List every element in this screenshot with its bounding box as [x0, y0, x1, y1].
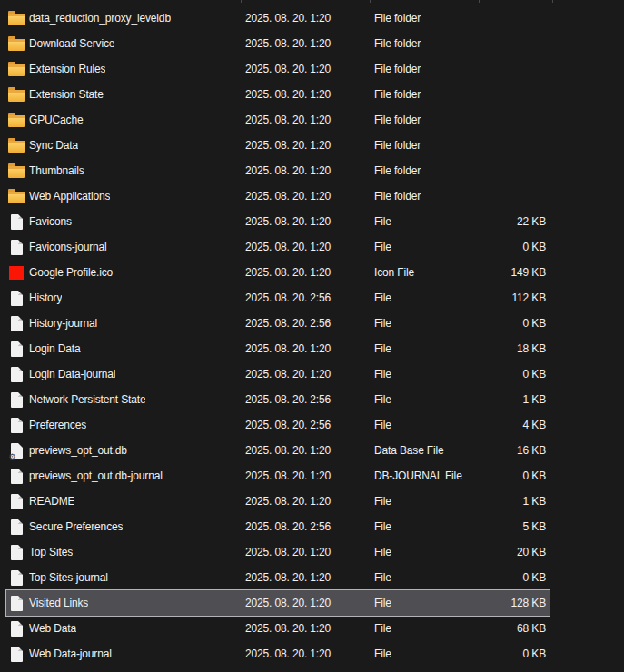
file-type: File [374, 520, 483, 533]
file-type: File [374, 215, 483, 228]
explorer-window: data_reduction_proxy_leveldb 2025. 08. 2… [0, 0, 624, 672]
file-row[interactable]: History 2025. 08. 20. 2:56 File 112 KB [6, 285, 550, 311]
date-modified: 2025. 08. 20. 1:20 [245, 190, 374, 203]
file-type: Icon File [374, 266, 483, 279]
file-type: File [374, 419, 483, 431]
file-row[interactable]: Download Service 2025. 08. 20. 1:20 File… [6, 31, 550, 56]
folder-icon [8, 141, 25, 153]
date-modified: 2025. 08. 20. 1:20 [245, 37, 374, 50]
date-modified: 2025. 08. 20. 2:56 [245, 317, 374, 330]
name-cell: Web Data-journal [6, 646, 245, 662]
date-modified: 2025. 08. 20. 1:20 [245, 139, 374, 152]
file-row[interactable]: Visited Links 2025. 08. 20. 1:20 File 12… [6, 590, 550, 616]
date-modified: 2025. 08. 20. 2:56 [245, 520, 374, 533]
file-row[interactable]: Favicons 2025. 08. 20. 1:20 File 22 KB [6, 209, 550, 234]
date-modified: 2025. 08. 20. 1:20 [245, 597, 374, 609]
file-row[interactable]: Top Sites-journal 2025. 08. 20. 1:20 Fil… [6, 565, 550, 590]
file-type: File [374, 342, 483, 355]
file-type: File [374, 546, 483, 558]
folder-icon [8, 39, 25, 51]
file-icon [11, 647, 23, 662]
file-row[interactable]: Web Data 2025. 08. 20. 1:20 File 68 KB [6, 616, 550, 641]
file-name: History-journal [29, 317, 97, 330]
name-cell: Extension Rules [6, 61, 245, 77]
file-size: 128 KB [483, 597, 550, 609]
file-row[interactable]: Login Data 2025. 08. 20. 1:20 File 18 KB [6, 336, 550, 361]
file-row[interactable]: Favicons-journal 2025. 08. 20. 1:20 File… [6, 234, 550, 260]
file-type: File [374, 495, 483, 508]
file-type: File folder [374, 114, 483, 126]
date-modified: 2025. 08. 20. 1:20 [245, 647, 374, 660]
file-name: previews_opt_out.db [29, 444, 127, 457]
column-separator [370, 0, 371, 3]
file-name: Thumbnails [29, 164, 84, 177]
name-cell: Web Data [6, 620, 245, 637]
file-icon [11, 469, 23, 484]
file-size: 112 KB [483, 292, 550, 304]
file-name: previews_opt_out.db-journal [29, 469, 163, 482]
file-icon [11, 570, 23, 586]
file-name: Network Persistent State [29, 393, 145, 406]
date-modified: 2025. 08. 20. 1:20 [245, 12, 374, 25]
file-icon [11, 240, 23, 255]
file-row[interactable]: Top Sites 2025. 08. 20. 1:20 File 20 KB [6, 539, 550, 565]
file-name: Web Data-journal [29, 647, 112, 660]
file-name: Favicons-journal [29, 241, 107, 253]
name-cell: ⚙ previews_opt_out.db [6, 442, 245, 459]
file-icon [11, 545, 23, 560]
date-modified: 2025. 08. 20. 1:20 [245, 342, 374, 355]
file-type: File folder [374, 139, 483, 152]
folder-icon [8, 192, 25, 203]
file-row[interactable]: GPUCache 2025. 08. 20. 1:20 File folder [6, 107, 550, 133]
file-row[interactable]: Web Data-journal 2025. 08. 20. 1:20 File… [6, 641, 550, 667]
file-row[interactable]: Web Applications 2025. 08. 20. 1:20 File… [6, 183, 550, 209]
date-modified: 2025. 08. 20. 1:20 [245, 241, 374, 253]
file-row[interactable]: Login Data-journal 2025. 08. 20. 1:20 Fi… [6, 361, 550, 387]
name-cell: Login Data-journal [6, 366, 245, 382]
file-row[interactable]: ⚙ previews_opt_out.db 2025. 08. 20. 1:20… [6, 438, 550, 463]
file-icon [11, 291, 23, 306]
name-cell: Preferences [6, 417, 245, 433]
file-name: Sync Data [29, 139, 78, 152]
file-row[interactable]: History-journal 2025. 08. 20. 2:56 File … [6, 311, 550, 336]
date-modified: 2025. 08. 20. 1:20 [245, 444, 374, 457]
name-cell: Visited Links [6, 595, 245, 611]
file-icon [11, 519, 23, 535]
name-cell: data_reduction_proxy_leveldb [6, 10, 245, 26]
file-icon [11, 341, 23, 357]
file-size: 20 KB [483, 546, 550, 558]
file-row[interactable]: Google Profile.ico 2025. 08. 20. 1:20 Ic… [6, 260, 550, 285]
file-size: 18 KB [483, 342, 550, 355]
file-icon [11, 621, 23, 637]
folder-icon [8, 64, 25, 76]
file-type: File folder [374, 37, 483, 50]
date-modified: 2025. 08. 20. 1:20 [245, 164, 374, 177]
file-row[interactable]: Network Persistent State 2025. 08. 20. 2… [6, 387, 550, 412]
date-modified: 2025. 08. 20. 1:20 [245, 266, 374, 279]
file-size: 22 KB [483, 215, 550, 228]
file-row[interactable]: Sync Data 2025. 08. 20. 1:20 File folder [6, 133, 550, 158]
date-modified: 2025. 08. 20. 1:20 [245, 495, 374, 508]
file-row[interactable]: Preferences 2025. 08. 20. 2:56 File 4 KB [6, 412, 550, 438]
file-size: 1 KB [483, 393, 550, 406]
file-list: data_reduction_proxy_leveldb 2025. 08. 2… [0, 5, 624, 667]
folder-icon [8, 166, 25, 178]
date-modified: 2025. 08. 20. 2:56 [245, 419, 374, 431]
file-row[interactable]: data_reduction_proxy_leveldb 2025. 08. 2… [6, 5, 550, 31]
file-name: History [29, 292, 62, 304]
file-row[interactable]: Extension Rules 2025. 08. 20. 1:20 File … [6, 56, 550, 82]
file-row[interactable]: Secure Preferences 2025. 08. 20. 2:56 Fi… [6, 514, 550, 539]
file-row[interactable]: Extension State 2025. 08. 20. 1:20 File … [6, 82, 550, 107]
file-size: 0 KB [483, 317, 550, 330]
name-cell: Top Sites-journal [6, 569, 245, 586]
file-row[interactable]: Thumbnails 2025. 08. 20. 1:20 File folde… [6, 158, 550, 183]
name-cell: Secure Preferences [6, 519, 245, 535]
name-cell: Favicons [6, 213, 245, 230]
file-row[interactable]: previews_opt_out.db-journal 2025. 08. 20… [6, 463, 550, 489]
file-size: 5 KB [483, 520, 550, 533]
file-type: File [374, 622, 483, 635]
file-row[interactable]: README 2025. 08. 20. 1:20 File 1 KB [6, 489, 550, 514]
file-icon [11, 214, 23, 230]
column-separator [241, 0, 242, 3]
file-size: 0 KB [483, 571, 550, 584]
